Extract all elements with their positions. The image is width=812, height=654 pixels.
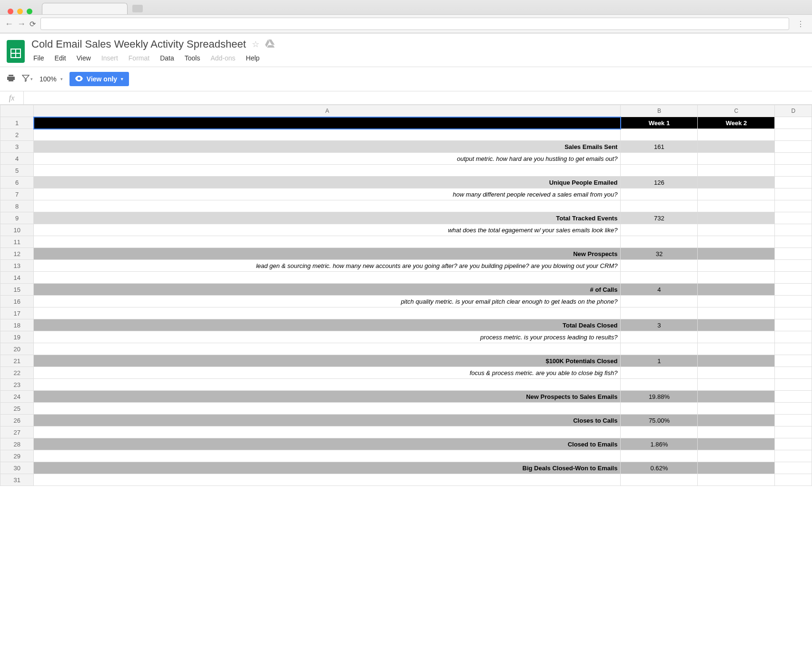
cell[interactable] bbox=[621, 331, 698, 343]
cell[interactable] bbox=[775, 260, 812, 272]
cell[interactable] bbox=[775, 355, 812, 367]
cell[interactable] bbox=[698, 438, 775, 450]
metric-value-cell[interactable]: 1.86% bbox=[621, 438, 698, 450]
metric-value-cell[interactable]: 126 bbox=[621, 177, 698, 188]
cell[interactable] bbox=[621, 474, 698, 486]
row-header[interactable]: 25 bbox=[0, 403, 34, 415]
row-header[interactable]: 22 bbox=[0, 367, 34, 379]
cell[interactable] bbox=[775, 331, 812, 343]
close-window-button[interactable] bbox=[8, 9, 13, 14]
cell[interactable] bbox=[698, 200, 775, 212]
cell[interactable] bbox=[775, 284, 812, 296]
metric-label-cell[interactable]: Total Deals Closed bbox=[34, 319, 621, 331]
cell[interactable] bbox=[698, 165, 775, 177]
cell[interactable] bbox=[775, 272, 812, 284]
cell[interactable] bbox=[775, 438, 812, 450]
cell[interactable] bbox=[775, 319, 812, 331]
row-header[interactable]: 7 bbox=[0, 188, 34, 200]
metric-description-cell[interactable]: how many different people received a sal… bbox=[34, 188, 621, 200]
cell[interactable] bbox=[775, 153, 812, 165]
row-header[interactable]: 23 bbox=[0, 379, 34, 391]
cell[interactable] bbox=[698, 284, 775, 296]
cell[interactable] bbox=[621, 272, 698, 284]
row-header[interactable]: 9 bbox=[0, 212, 34, 224]
cell[interactable] bbox=[621, 129, 698, 141]
cell[interactable] bbox=[698, 260, 775, 272]
cell[interactable] bbox=[698, 355, 775, 367]
cell[interactable] bbox=[621, 379, 698, 391]
metric-value-cell[interactable]: 75.00% bbox=[621, 415, 698, 426]
metric-label-cell[interactable]: Big Deals Closed-Won to Emails bbox=[34, 462, 621, 474]
cell[interactable] bbox=[698, 462, 775, 474]
row-header[interactable]: 27 bbox=[0, 426, 34, 438]
cell[interactable] bbox=[621, 260, 698, 272]
metric-description-cell[interactable]: pitch quality metric. is your email pitc… bbox=[34, 296, 621, 307]
column-header-a[interactable]: A bbox=[34, 105, 621, 117]
formula-input[interactable] bbox=[24, 94, 812, 101]
row-header[interactable]: 6 bbox=[0, 177, 34, 188]
cell[interactable] bbox=[34, 450, 621, 462]
cell[interactable] bbox=[775, 129, 812, 141]
cell[interactable] bbox=[34, 403, 621, 415]
row-header[interactable]: 11 bbox=[0, 236, 34, 248]
column-header-b[interactable]: B bbox=[621, 105, 698, 117]
cell[interactable] bbox=[34, 379, 621, 391]
cell[interactable] bbox=[698, 129, 775, 141]
row-header[interactable]: 10 bbox=[0, 224, 34, 236]
url-input[interactable] bbox=[40, 18, 789, 30]
cell[interactable] bbox=[698, 248, 775, 260]
metric-description-cell[interactable]: lead gen & sourcing metric. how many new… bbox=[34, 260, 621, 272]
cell[interactable] bbox=[34, 343, 621, 355]
column-header-d[interactable]: D bbox=[775, 105, 812, 117]
cell[interactable] bbox=[775, 117, 812, 129]
cell[interactable] bbox=[775, 426, 812, 438]
row-header[interactable]: 13 bbox=[0, 260, 34, 272]
row-header[interactable]: 24 bbox=[0, 391, 34, 403]
cell[interactable] bbox=[34, 272, 621, 284]
row-header[interactable]: 21 bbox=[0, 355, 34, 367]
cell[interactable] bbox=[698, 224, 775, 236]
row-header[interactable]: 18 bbox=[0, 319, 34, 331]
cell[interactable] bbox=[698, 188, 775, 200]
cell[interactable] bbox=[775, 188, 812, 200]
star-icon[interactable]: ☆ bbox=[252, 39, 259, 50]
maximize-window-button[interactable] bbox=[27, 9, 32, 14]
cell[interactable] bbox=[698, 296, 775, 307]
cell[interactable] bbox=[34, 165, 621, 177]
cell[interactable] bbox=[698, 391, 775, 403]
row-header[interactable]: 28 bbox=[0, 438, 34, 450]
row-header[interactable]: 26 bbox=[0, 415, 34, 426]
cell[interactable] bbox=[698, 177, 775, 188]
metric-label-cell[interactable]: New Prospects to Sales Emails bbox=[34, 391, 621, 403]
row-header[interactable]: 16 bbox=[0, 296, 34, 307]
metric-label-cell[interactable]: Closes to Calls bbox=[34, 415, 621, 426]
move-to-drive-icon[interactable] bbox=[265, 39, 275, 50]
metric-value-cell[interactable]: 161 bbox=[621, 141, 698, 153]
row-header[interactable]: 3 bbox=[0, 141, 34, 153]
cell[interactable] bbox=[775, 248, 812, 260]
cell[interactable] bbox=[34, 426, 621, 438]
cell[interactable] bbox=[775, 415, 812, 426]
cell[interactable] bbox=[698, 474, 775, 486]
row-header[interactable]: 14 bbox=[0, 272, 34, 284]
select-all-corner[interactable] bbox=[0, 105, 34, 117]
metric-label-cell[interactable]: Total Tracked Events bbox=[34, 212, 621, 224]
browser-menu-button[interactable]: ⋮ bbox=[794, 20, 807, 29]
cell[interactable] bbox=[698, 141, 775, 153]
cell[interactable] bbox=[621, 307, 698, 319]
cell[interactable] bbox=[775, 391, 812, 403]
cell[interactable] bbox=[775, 212, 812, 224]
cell[interactable] bbox=[34, 307, 621, 319]
menu-view[interactable]: View bbox=[77, 54, 91, 62]
cell[interactable] bbox=[621, 403, 698, 415]
cell[interactable] bbox=[621, 165, 698, 177]
cell[interactable] bbox=[775, 367, 812, 379]
metric-value-cell[interactable]: 3 bbox=[621, 319, 698, 331]
view-only-button[interactable]: View only ▾ bbox=[69, 72, 129, 86]
metric-value-cell[interactable]: 4 bbox=[621, 284, 698, 296]
cell[interactable] bbox=[698, 379, 775, 391]
cell[interactable] bbox=[621, 367, 698, 379]
menu-edit[interactable]: Edit bbox=[55, 54, 66, 62]
cell[interactable] bbox=[34, 200, 621, 212]
metric-label-cell[interactable]: # of Calls bbox=[34, 284, 621, 296]
